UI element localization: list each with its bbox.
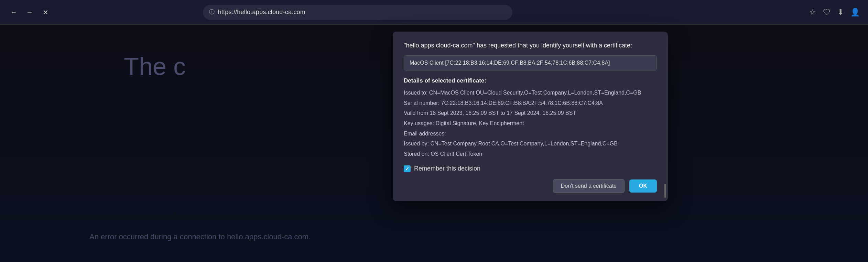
back-button[interactable]: ← (8, 7, 19, 18)
cert-email: Email addresses: (404, 129, 657, 139)
page-main-text: The c (124, 52, 186, 80)
remember-checkbox[interactable] (404, 165, 411, 172)
account-icon[interactable]: 👤 (850, 8, 860, 17)
dialog-title: "hello.apps.cloud-ca.com" has requested … (404, 41, 657, 50)
cert-details: Issued to: CN=MacOS Client,OU=Cloud Secu… (404, 88, 657, 159)
cert-stored-on: Stored on: OS Client Cert Token (404, 149, 657, 159)
remember-label: Remember this decision (414, 165, 480, 172)
ok-button[interactable]: OK (629, 179, 657, 193)
cert-details-title: Details of selected certificate: (404, 77, 657, 84)
forward-button[interactable]: → (24, 7, 35, 18)
download-icon[interactable]: ⬇ (837, 8, 844, 17)
cert-selector[interactable]: MacOS Client [7C:22:18:B3:16:14:DE:69:CF… (404, 55, 657, 70)
page-sub-text: An error occurred during a connection to… (89, 232, 311, 241)
browser-actions: ☆ 🛡 ⬇ 👤 (809, 8, 860, 17)
remember-row: Remember this decision (404, 165, 657, 172)
cert-issued-to: Issued to: CN=MacOS Client,OU=Cloud Secu… (404, 88, 657, 98)
cert-serial: Serial number: 7C:22:18:B3:16:14:DE:69:C… (404, 98, 657, 108)
cert-issued-by: Issued by: CN=Test Company Root CA,O=Tes… (404, 139, 657, 149)
address-bar[interactable]: ⓘ https://hello.apps.cloud-ca.com (203, 5, 512, 20)
info-icon: ⓘ (209, 9, 215, 16)
shield-icon[interactable]: 🛡 (823, 8, 831, 17)
close-tab-button[interactable]: ✕ (40, 7, 51, 18)
page-content: The c An error occurred during a connect… (0, 25, 868, 262)
cert-valid: Valid from 18 Sept 2023, 16:25:09 BST to… (404, 108, 657, 118)
browser-chrome: ← → ✕ ⓘ https://hello.apps.cloud-ca.com … (0, 0, 868, 25)
certificate-dialog: "hello.apps.cloud-ca.com" has requested … (393, 32, 668, 201)
star-icon[interactable]: ☆ (809, 8, 816, 17)
scroll-indicator (664, 184, 666, 198)
cert-key-usages: Key usages: Digital Signature, Key Encip… (404, 118, 657, 129)
dialog-actions: Don't send a certificate OK (404, 179, 657, 193)
url-text: https://hello.apps.cloud-ca.com (218, 9, 305, 16)
nav-buttons: ← → ✕ (8, 7, 51, 18)
dont-send-button[interactable]: Don't send a certificate (553, 179, 625, 193)
